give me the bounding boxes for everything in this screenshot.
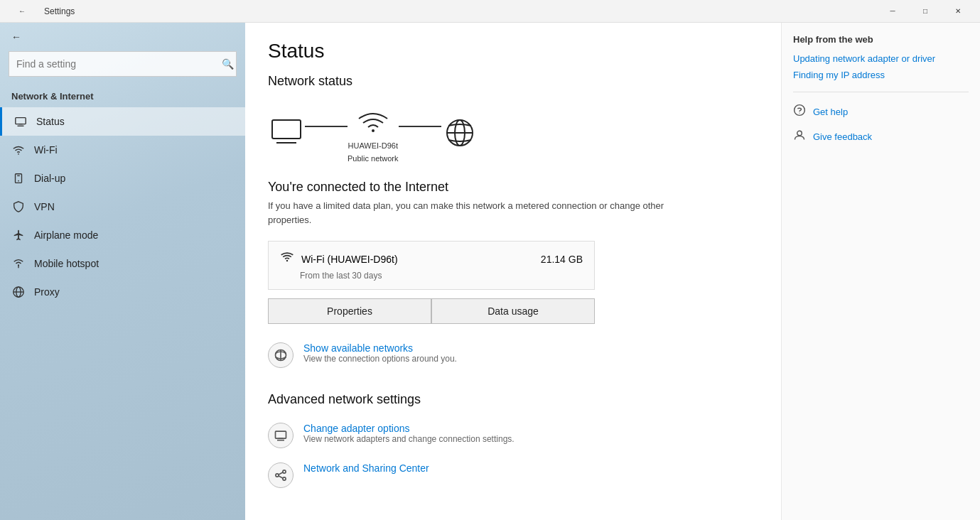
svg-rect-0 [16,118,26,124]
page-title: Status [268,40,758,63]
sidebar-label-vpn: VPN [34,201,55,212]
sidebar-item-proxy[interactable]: Proxy [0,278,245,306]
network-status-title: Network status [268,74,758,89]
network-name-label: HUAWEI-D96t [348,141,399,150]
give-feedback-action[interactable]: Give feedback [793,129,969,145]
network-card-header: Wi-Fi (HUAWEI-D96t) 21.14 GB [280,250,583,268]
wifi-card-name: Wi-Fi (HUAWEI-D96t) [301,254,398,265]
sidebar-label-hotspot: Mobile hotspot [34,258,99,269]
svg-point-25 [276,474,279,477]
network-sharing-text: Network and Sharing Center [303,462,429,474]
network-name-row: Wi-Fi (HUAWEI-D96t) [280,250,398,268]
back-button[interactable]: ← [6,0,38,23]
properties-button[interactable]: Properties [268,298,431,324]
sidebar-label-airplane: Airplane mode [34,229,98,241]
show-networks-text: Show available networks View the connect… [303,342,457,364]
svg-point-27 [283,477,286,480]
proxy-icon [11,285,26,299]
network-buttons: Properties Data usage [268,298,595,324]
wifi-signal-icon: HUAWEI-D96t Public network [348,103,399,163]
main-content: Status Network status [245,23,781,520]
window-controls: ─ □ ✕ [876,0,974,23]
sidebar: ← 🔍 Network & Internet Status [0,23,245,520]
help-link-2[interactable]: Finding my IP address [793,70,969,80]
show-networks-title[interactable]: Show available networks [303,342,457,354]
minimize-button[interactable]: ─ [876,0,909,23]
app-body: ← 🔍 Network & Internet Status [0,23,980,520]
change-adapter-sub: View network adapters and change connect… [303,434,515,444]
change-adapter-title[interactable]: Change adapter options [303,423,515,434]
sidebar-label-status: Status [36,116,65,127]
svg-point-32 [797,131,802,136]
change-adapter-row[interactable]: Change adapter options View network adap… [268,416,758,455]
wifi-card-sub: From the last 30 days [300,271,583,281]
svg-point-8 [18,264,19,266]
maximize-button[interactable]: □ [909,0,942,23]
vpn-icon [11,200,26,214]
connected-desc: If you have a limited data plan, you can… [268,199,709,227]
show-networks-sub: View the connection options around you. [303,354,457,364]
svg-point-26 [283,470,286,473]
get-help-action[interactable]: Get help [793,104,969,120]
title-bar-left: ← Settings [6,0,75,23]
app-title: Settings [44,6,75,16]
change-adapter-text: Change adapter options View network adap… [303,423,515,444]
wifi-data-usage: 21.14 GB [541,254,583,265]
wifi-card-icon [280,250,294,268]
svg-point-30 [795,105,805,116]
svg-point-15 [372,129,375,132]
sidebar-label-proxy: Proxy [34,286,60,298]
sidebar-section-title: Network & Internet [0,85,245,107]
sidebar-label-dialup: Dial-up [34,173,65,184]
title-bar: ← Settings ─ □ ✕ [0,0,980,23]
help-link-1[interactable]: Updating network adapter or driver [793,53,969,64]
right-panel: Help from the web Updating network adapt… [781,23,980,520]
line-2 [399,126,441,127]
network-diagram: HUAWEI-D96t Public network [268,103,758,163]
advanced-title: Advanced network settings [268,392,758,407]
show-networks-row[interactable]: Show available networks View the connect… [268,335,758,375]
sidebar-item-vpn[interactable]: VPN [0,193,245,221]
sidebar-back[interactable]: ← [0,23,245,51]
search-icon-button[interactable]: 🔍 [222,58,234,70]
network-sharing-icon [268,462,294,488]
status-icon [14,114,28,129]
sidebar-label-wifi: Wi-Fi [34,144,58,156]
connected-title: You're connected to the Internet [268,180,758,195]
sidebar-item-wifi[interactable]: Wi-Fi [0,136,245,164]
pc-icon [268,116,305,150]
sidebar-item-airplane[interactable]: Airplane mode [0,221,245,249]
give-feedback-text[interactable]: Give feedback [813,131,872,142]
line-1 [305,126,348,127]
hotspot-icon [11,256,26,271]
wifi-icon [11,143,26,157]
svg-rect-12 [272,120,301,139]
show-networks-icon [268,342,294,368]
globe-icon [441,116,478,150]
dialup-icon [11,171,26,185]
sidebar-item-hotspot[interactable]: Mobile hotspot [0,249,245,278]
svg-rect-22 [276,431,286,438]
help-panel-title: Help from the web [793,34,969,45]
svg-point-6 [18,180,19,182]
sidebar-item-status[interactable]: Status [0,107,245,136]
data-usage-button[interactable]: Data usage [431,298,595,324]
svg-point-31 [799,112,799,113]
network-type-label: Public network [348,154,399,163]
svg-point-3 [18,153,19,155]
network-sharing-title[interactable]: Network and Sharing Center [303,462,429,474]
search-input[interactable] [9,51,237,77]
close-button[interactable]: ✕ [942,0,974,23]
search-container: 🔍 [9,51,237,77]
get-help-icon [793,104,806,120]
airplane-icon [11,228,26,242]
network-sharing-row[interactable]: Network and Sharing Center [268,455,758,495]
change-adapter-icon [268,423,294,448]
help-divider [793,92,969,92]
svg-line-28 [279,472,283,475]
network-card: Wi-Fi (HUAWEI-D96t) 21.14 GB From the la… [268,241,595,290]
svg-point-19 [286,260,289,262]
back-icon: ← [11,31,21,43]
get-help-text[interactable]: Get help [813,107,848,117]
sidebar-item-dialup[interactable]: Dial-up [0,164,245,193]
